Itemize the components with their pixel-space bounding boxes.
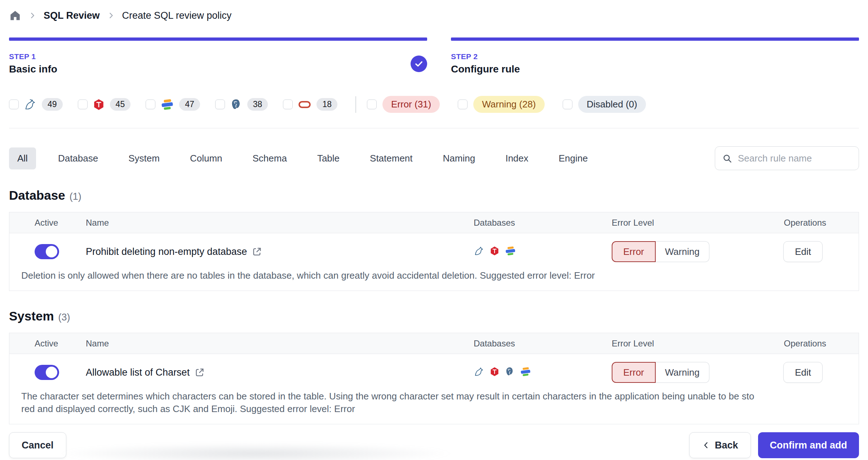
tidb-count-badge: 45 [110,98,131,111]
mysql-checkbox[interactable] [9,99,19,109]
oceanbase-icon [160,98,174,111]
level-filter-error[interactable]: Error (31) [367,96,440,113]
mysql-icon [474,366,484,379]
engine-filter-postgres[interactable]: 38 [215,98,268,111]
step-1: STEP 1 Basic info [9,37,427,75]
level-error-button[interactable]: Error [612,362,656,383]
rule-name-link[interactable]: Prohibit deleting non-empty database [86,246,247,257]
postgres-icon [230,98,242,111]
step-2-label: STEP 2 [451,52,520,61]
oceanbase-icon [520,366,531,379]
step-2-progress-bar [451,37,859,41]
mysql-count-badge: 49 [42,98,63,111]
search-icon [722,154,732,163]
rule-databases [454,366,573,379]
rule-databases [454,245,573,258]
tab-all[interactable]: All [9,147,36,169]
tab-schema[interactable]: Schema [244,147,295,169]
filters-divider-line [9,128,859,128]
tidb-icon [93,98,105,111]
col-active: Active [9,339,86,349]
rule-description: The character set determines which chara… [9,383,859,424]
home-icon[interactable] [9,9,21,22]
breadcrumb-sql-review[interactable]: SQL Review [44,10,100,21]
oracle-checkbox[interactable] [283,99,293,109]
external-link-icon[interactable] [252,247,262,257]
engine-filter-mysql[interactable]: 49 [9,98,63,111]
confirm-and-add-button[interactable]: Confirm and add [758,432,859,458]
rule-active-toggle[interactable] [35,244,59,259]
error-checkbox[interactable] [367,99,377,109]
level-error-button[interactable]: Error [612,241,656,262]
oceanbase-count-badge: 47 [179,98,200,111]
step-2-title: Configure rule [451,63,520,75]
table-header: Active Name Databases Error Level Operat… [9,333,859,354]
postgres-icon [505,367,515,378]
section-system-title: System (3) [9,309,859,323]
step-1-label: STEP 1 [9,52,57,61]
edit-button[interactable]: Edit [783,241,823,262]
rule-filters: 49 45 47 38 [9,96,859,113]
oceanbase-checkbox[interactable] [146,99,155,109]
level-warning-button[interactable]: Warning [656,362,709,383]
tab-statement[interactable]: Statement [362,147,421,169]
oracle-count-badge: 18 [316,98,337,111]
postgres-count-badge: 38 [247,98,268,111]
section-name: Database [9,188,65,203]
col-operations: Operations [739,339,859,349]
category-tabs: All Database System Column Schema Table … [9,146,859,170]
col-error-level: Error Level [573,339,739,349]
search-box [715,146,859,170]
rule-name-link[interactable]: Allowable list of Charset [86,367,190,378]
col-active: Active [9,218,86,228]
tab-index[interactable]: Index [497,147,537,169]
rule-description: Deletion is only allowed when there are … [9,262,859,291]
error-level-segmented-control: Error Warning [612,362,709,383]
tidb-checkbox[interactable] [78,99,88,109]
breadcrumb: SQL Review Create SQL review policy [9,0,859,22]
disabled-count-pill: Disabled (0) [578,96,646,113]
section-count: (1) [70,191,81,202]
tab-database[interactable]: Database [50,147,106,169]
engine-filter-tidb[interactable]: 45 [78,98,131,111]
tab-table[interactable]: Table [309,147,348,169]
level-filter-warning[interactable]: Warning (28) [458,96,544,113]
error-count-pill: Error (31) [382,96,440,113]
table-row: Allowable list of Charset Error Warning … [9,354,859,383]
tab-column[interactable]: Column [182,147,231,169]
system-rules-table: Active Name Databases Error Level Operat… [9,333,859,424]
step-1-progress-bar [9,37,427,41]
step-2: STEP 2 Configure rule [451,37,859,75]
filter-divider [355,96,356,113]
tidb-icon [490,367,500,378]
back-button[interactable]: Back [689,432,751,458]
level-filter-disabled[interactable]: Disabled (0) [563,96,646,113]
oracle-icon [298,98,311,111]
rule-active-toggle[interactable] [35,365,59,380]
database-rules-table: Active Name Databases Error Level Operat… [9,212,859,291]
breadcrumb-current-page: Create SQL review policy [122,10,232,21]
cancel-button[interactable]: Cancel [9,432,66,458]
external-link-icon[interactable] [195,367,205,377]
warning-count-pill: Warning (28) [473,96,544,113]
chevron-right-icon [107,12,115,19]
col-error-level: Error Level [573,218,739,228]
col-operations: Operations [739,218,859,228]
col-databases: Databases [454,339,573,349]
tab-system[interactable]: System [120,147,168,169]
postgres-checkbox[interactable] [215,99,225,109]
step-1-title: Basic info [9,63,57,75]
disabled-checkbox[interactable] [563,99,572,109]
tab-engine[interactable]: Engine [550,147,596,169]
engine-filter-oracle[interactable]: 18 [283,98,337,111]
table-header: Active Name Databases Error Level Operat… [9,212,859,233]
warning-checkbox[interactable] [458,99,468,109]
level-warning-button[interactable]: Warning [656,241,709,262]
tab-naming[interactable]: Naming [435,147,484,169]
col-name: Name [86,218,454,228]
search-input[interactable] [737,152,851,164]
footer-actions: Cancel Back Confirm and add [9,432,859,458]
mysql-icon [24,98,37,111]
edit-button[interactable]: Edit [783,362,823,383]
engine-filter-oceanbase[interactable]: 47 [146,98,200,111]
